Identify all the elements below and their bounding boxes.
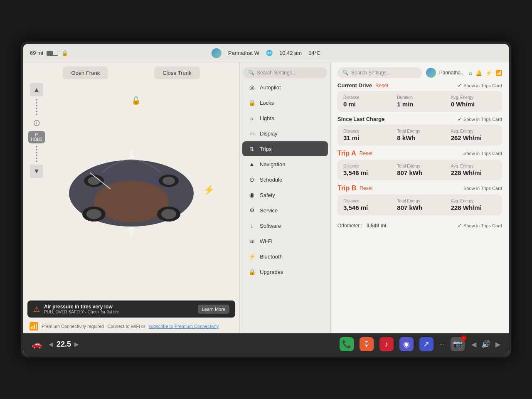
trips-menu-icon: ⇅ <box>248 145 256 152</box>
search-icon: 🔍 <box>248 70 254 76</box>
last-charge-avg-value: 262 Wh/mi <box>451 134 496 141</box>
odometer-show-trips[interactable]: ✓ Show in Trips Card <box>458 223 502 229</box>
current-energy-label: Avg. Energy <box>451 95 496 100</box>
audio-app-button[interactable]: 🎙 <box>360 337 374 351</box>
menu-item-service[interactable]: ⚙ Service <box>242 203 328 218</box>
alert-bar: ⚠ Air pressure in tires very low PULL OV… <box>27 300 235 318</box>
svg-marker-11 <box>127 227 135 239</box>
menu-item-upgrades[interactable]: 🔒 Upgrades <box>242 264 328 279</box>
trip-b-reset[interactable]: Reset <box>360 185 372 191</box>
current-drive-reset[interactable]: Reset <box>375 83 388 89</box>
learn-more-button[interactable]: Learn More <box>198 305 229 314</box>
menu-item-display[interactable]: ▭ Display <box>242 126 328 141</box>
checkmark-odometer: ✓ <box>458 223 462 229</box>
p-hold-button[interactable]: PHOLD <box>28 131 45 143</box>
trip-a-header: Trip A Reset Show in Trips Card <box>337 150 502 157</box>
trip-a-energy-label: Total Energy <box>397 164 442 168</box>
trip-b-distance-cell: Distance 3,546 mi <box>343 199 389 211</box>
navigation-menu-icon: ▲ <box>248 161 256 167</box>
search-placeholder: Search Settings... <box>257 70 296 76</box>
schedule-menu-label: Schedule <box>260 177 282 183</box>
odometer-value: 3,549 mi <box>367 223 386 229</box>
status-center: Pannathat W 🌐 10:42 am 14°C <box>212 48 320 58</box>
menu-item-software[interactable]: ↓ Software <box>242 218 328 233</box>
alert-text: Air pressure in tires very low PULL OVER… <box>44 304 119 314</box>
locks-menu-label: Locks <box>260 100 274 106</box>
menu-item-navigation[interactable]: ▲ Navigation <box>242 157 328 172</box>
home-icon[interactable]: ⌂ <box>469 70 472 76</box>
taskbar-apps: 📞 🎙 ♪ ◉ ↗ ··· 📷 ! <box>340 337 465 351</box>
menu-items-container: ◎ Autopilot 🔒 Locks ☼ Lights ▭ Display ⇅… <box>240 80 330 279</box>
camera-app-button[interactable]: ◉ <box>399 337 414 351</box>
wifi-menu-icon: ≋ <box>248 238 256 244</box>
trunk-lock-icon: 🔓 <box>131 96 140 105</box>
lights-menu-icon: ☼ <box>248 115 256 121</box>
safety-menu-label: Safety <box>260 192 275 198</box>
menu-item-autopilot[interactable]: ◎ Autopilot <box>242 80 328 95</box>
more-apps-button[interactable]: ··· <box>439 340 445 348</box>
last-charge-title: Since Last Charge <box>337 116 384 122</box>
music-app-button[interactable]: ♪ <box>379 337 394 351</box>
connectivity-text: Premium Connectivity required <box>42 324 104 329</box>
trip-b-show-trips[interactable]: Show in Trips Card <box>463 186 502 191</box>
current-duration-cell: Duration 1 min <box>397 95 442 108</box>
right-search-bar[interactable]: 🔍 Search Settings... <box>337 67 422 78</box>
bell-icon[interactable]: 🔔 <box>475 70 482 76</box>
globe-icon: 🌐 <box>266 50 273 56</box>
nav-app-button[interactable]: ↗ <box>419 337 433 351</box>
safety-menu-icon: ◉ <box>248 192 256 198</box>
trip-a-reset[interactable]: Reset <box>360 150 372 156</box>
car-svg <box>52 139 210 243</box>
charge-icon: ⚡ <box>203 185 214 195</box>
right-top-bar: 🔍 Search Settings... Pannatha... ⌂ 🔔 ⚡ 📶 <box>337 67 502 78</box>
screenshot-badge: ! <box>461 335 466 340</box>
connectivity-link[interactable]: subscribe to Premium Connectivity <box>148 324 219 329</box>
menu-item-wifi[interactable]: ≋ Wi-Fi <box>242 234 328 249</box>
checkmark-current: ✓ <box>458 83 462 89</box>
autopilot-menu-label: Autopilot <box>260 84 281 91</box>
temp-increase-button[interactable]: ▶ <box>74 341 79 347</box>
menu-item-safety[interactable]: ◉ Safety <box>242 187 328 202</box>
current-drive-header: Current Drive Reset ✓ Show in Trips Card <box>337 82 502 89</box>
menu-item-locks[interactable]: 🔒 Locks <box>242 95 328 110</box>
prev-track-button[interactable]: ◀ <box>471 340 476 348</box>
trip-b-energy-value: 807 kWh <box>397 204 442 211</box>
menu-item-trips[interactable]: ⇅ Trips <box>242 141 328 156</box>
next-track-button[interactable]: ▶ <box>495 340 500 348</box>
open-frunk-button[interactable]: Open Frunk <box>63 66 108 79</box>
battery-icon <box>47 51 58 56</box>
username-right: Pannatha... <box>439 70 465 76</box>
taskbar: 🚗 ◀ 22.5 ▶ 📞 🎙 ♪ ◉ ↗ ··· 📷 ! ◀ 🔊 ▶ <box>23 333 509 355</box>
temp-display: 22.5 <box>57 340 71 349</box>
trips-panel: 🔍 Search Settings... Pannatha... ⌂ 🔔 ⚡ 📶… <box>331 62 509 333</box>
trip-b-distance-label: Distance <box>343 199 389 203</box>
menu-item-schedule[interactable]: ⊙ Schedule <box>242 172 328 187</box>
current-drive-show-trips[interactable]: ✓ Show in Trips Card <box>458 83 502 89</box>
car-controls: Open Frunk Close Trunk <box>23 62 239 84</box>
svg-point-9 <box>163 177 175 185</box>
close-trunk-button[interactable]: Close Trunk <box>154 66 200 79</box>
car-icon-taskbar[interactable]: 🚗 <box>32 339 42 349</box>
bluetooth-icon-top[interactable]: ⚡ <box>485 70 492 76</box>
volume-icon[interactable]: 🔊 <box>481 340 490 349</box>
battery-miles: 69 mi <box>30 50 43 56</box>
last-charge-show-trips[interactable]: ✓ Show in Trips Card <box>458 116 502 122</box>
last-charge-energy-label: Total Energy <box>397 129 442 133</box>
down-arrow-btn[interactable]: ▼ <box>30 165 43 178</box>
menu-item-bluetooth[interactable]: ⚡ Bluetooth <box>242 249 328 264</box>
temp-decrease-button[interactable]: ◀ <box>49 341 53 347</box>
screenshot-app-button[interactable]: 📷 ! <box>451 337 465 351</box>
signal-icon: 📶 <box>29 322 38 331</box>
up-arrow-btn[interactable]: ▲ <box>30 83 43 96</box>
trip-a-show-trips[interactable]: Show in Trips Card <box>463 151 502 156</box>
phone-app-button[interactable]: 📞 <box>340 337 354 351</box>
trip-b-card: Distance 3,546 mi Total Energy 807 kWh A… <box>337 195 502 215</box>
taskbar-right: ◀ 🔊 ▶ <box>471 340 500 349</box>
current-energy-cell: Avg. Energy 0 Wh/mi <box>451 95 496 108</box>
trip-a-avg-value: 228 Wh/mi <box>451 169 496 176</box>
search-bar[interactable]: 🔍 Search Settings... <box>243 67 327 78</box>
menu-item-lights[interactable]: ☼ Lights <box>242 111 328 126</box>
temperature-control: ◀ 22.5 ▶ <box>49 340 79 349</box>
trip-a-card: Distance 3,546 mi Total Energy 807 kWh A… <box>337 160 502 180</box>
current-drive-data-row: Distance 0 mi Duration 1 min Avg. Energy… <box>343 95 496 108</box>
